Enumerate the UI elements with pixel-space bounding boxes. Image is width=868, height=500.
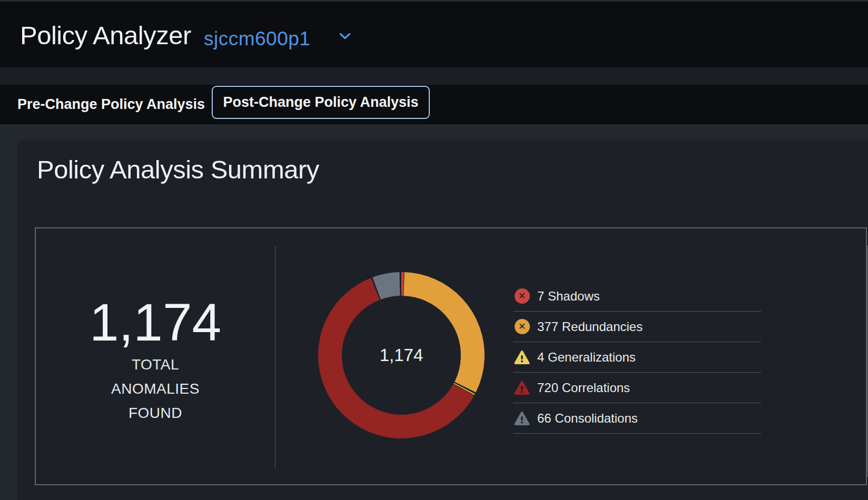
legend-label: 720 Correlations — [537, 381, 630, 395]
header-divider-strip — [0, 67, 868, 85]
circle-x-icon: ✕ — [514, 319, 530, 335]
legend-item-redundancies: ✕ 377 Redundancies — [513, 312, 761, 342]
tab-label: Post-Change Policy Analysis — [223, 94, 418, 111]
legend-item-generalizations: 4 Generalizations — [513, 342, 761, 373]
summary-box: 1,174 TOTAL ANOMALIES FOUND 1,174 ✕ 7 Sh… — [35, 227, 867, 485]
total-anomalies-value: 1,174 — [36, 295, 275, 349]
app-title: Policy Analyzer — [20, 22, 191, 49]
legend-item-shadows: ✕ 7 Shadows — [513, 281, 761, 312]
anomaly-legend: ✕ 7 Shadows ✕ 377 Redundancies — [513, 281, 761, 434]
triangle-exclamation-icon — [514, 349, 530, 365]
legend-item-consolidations: 66 Consolidations — [513, 403, 761, 434]
anomalies-donut-chart: 1,174 — [317, 271, 486, 439]
tab-bar: Pre-Change Policy Analysis Post-Change P… — [0, 85, 868, 124]
policy-analysis-summary-card: Policy Analysis Summary 1,174 TOTAL ANOM… — [17, 139, 868, 500]
tab-pre-change-policy-analysis[interactable]: Pre-Change Policy Analysis — [17, 85, 205, 124]
caption-line: ANOMALIES — [36, 377, 275, 401]
app-header: Policy Analyzer sjccm600p1 — [0, 2, 868, 67]
vertical-divider — [275, 246, 275, 468]
legend-label: 66 Consolidations — [537, 411, 638, 426]
legend-label: 7 Shadows — [537, 289, 600, 304]
legend-label: 377 Redundancies — [537, 319, 643, 334]
circle-x-icon: ✕ — [514, 288, 530, 304]
tab-post-change-policy-analysis[interactable]: Post-Change Policy Analysis — [212, 86, 430, 119]
caption-line: FOUND — [36, 401, 275, 425]
device-selector[interactable]: sjccm600p1 — [204, 28, 310, 49]
triangle-exclamation-icon — [514, 411, 530, 426]
caption-line: TOTAL — [36, 353, 275, 377]
tab-label: Pre-Change Policy Analysis — [17, 96, 205, 113]
donut-center-label: 1,174 — [317, 271, 486, 439]
legend-label: 4 Generalizations — [537, 350, 636, 365]
triangle-exclamation-icon — [514, 380, 530, 396]
total-anomalies-caption: TOTAL ANOMALIES FOUND — [36, 353, 275, 425]
chevron-down-icon[interactable] — [339, 33, 351, 40]
total-anomalies-stat: 1,174 TOTAL ANOMALIES FOUND — [36, 295, 275, 425]
page-title: Policy Analysis Summary — [37, 156, 319, 183]
legend-item-correlations: 720 Correlations — [513, 373, 761, 403]
